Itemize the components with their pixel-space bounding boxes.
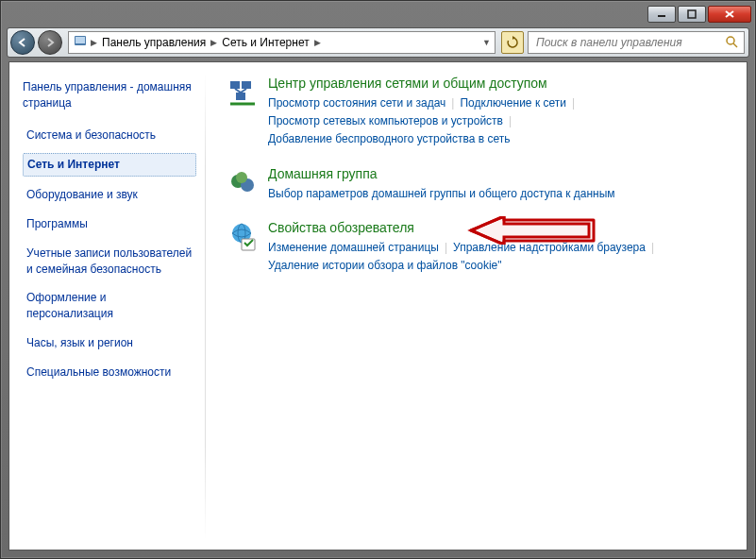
category-links: Изменение домашней страницы|Управление н… (268, 239, 724, 275)
sidebar-item[interactable]: Специальные возможности (23, 362, 196, 383)
task-link[interactable]: Управление надстройками браузера (453, 241, 646, 254)
sidebar-item[interactable]: Программы (23, 213, 196, 235)
sidebar-item[interactable]: Оборудование и звук (23, 184, 196, 206)
svg-rect-1 (688, 10, 696, 18)
sidebar: Панель управления - домашняя страница Си… (9, 62, 206, 550)
task-link[interactable]: Просмотр сетевых компьютеров и устройств (268, 114, 503, 127)
refresh-button[interactable] (501, 31, 524, 54)
link-divider: | (651, 241, 654, 254)
address-bar[interactable]: ▶ Панель управления ▶ Сеть и Интернет ▶ … (68, 31, 496, 54)
chevron-right-icon: ▶ (314, 38, 321, 47)
category-section: Свойства обозревателяИзменение домашней … (228, 220, 724, 275)
svg-rect-5 (76, 37, 85, 43)
sidebar-item[interactable]: Часы, язык и регион (23, 332, 196, 354)
network-sharing-icon (228, 77, 259, 108)
close-button[interactable] (708, 6, 751, 23)
link-divider: | (451, 96, 454, 110)
forward-button[interactable] (38, 30, 62, 55)
section-body: Домашняя группаВыбор параметров домашней… (268, 166, 724, 203)
svg-rect-10 (236, 93, 245, 100)
sidebar-item[interactable]: Система и безопасность (23, 125, 196, 146)
sidebar-home-link[interactable]: Панель управления - домашняя страница (23, 79, 196, 111)
category-title[interactable]: Центр управления сетями и общим доступом (268, 76, 724, 91)
category-section: Домашняя группаВыбор параметров домашней… (228, 166, 724, 203)
svg-rect-8 (230, 81, 240, 89)
breadcrumb-item[interactable]: Панель управления (102, 36, 206, 49)
task-link[interactable]: Просмотр состояния сети и задач (268, 96, 445, 110)
category-title[interactable]: Свойства обозревателя (268, 220, 724, 235)
maximize-button[interactable] (678, 6, 706, 23)
link-divider: | (445, 241, 447, 254)
task-link[interactable]: Удаление истории обзора и файлов "cookie… (268, 259, 502, 272)
sidebar-item[interactable]: Учетные записи пользователей и семейная … (23, 243, 196, 280)
svg-line-11 (235, 89, 241, 93)
search-input[interactable] (534, 35, 725, 50)
task-link[interactable]: Изменение домашней страницы (268, 241, 439, 254)
section-body: Свойства обозревателяИзменение домашней … (268, 220, 724, 275)
control-panel-window: ▶ Панель управления ▶ Сеть и Интернет ▶ … (0, 0, 756, 559)
minimize-button[interactable] (647, 6, 676, 23)
svg-line-12 (241, 89, 246, 93)
task-link[interactable]: Подключение к сети (460, 96, 565, 110)
toolbar: ▶ Панель управления ▶ Сеть и Интернет ▶ … (7, 27, 749, 58)
breadcrumb-item[interactable]: Сеть и Интернет (222, 36, 309, 49)
titlebar (1, 1, 755, 27)
svg-rect-9 (242, 81, 251, 89)
category-title[interactable]: Домашняя группа (268, 166, 724, 181)
chevron-right-icon: ▶ (210, 38, 217, 47)
task-link[interactable]: Добавление беспроводного устройства в се… (268, 132, 511, 145)
chevron-right-icon: ▶ (91, 38, 97, 47)
search-icon[interactable] (725, 35, 738, 51)
sidebar-item[interactable]: Оформление и персонализация (23, 287, 196, 325)
link-divider: | (572, 96, 575, 110)
svg-point-15 (236, 172, 247, 183)
task-link[interactable]: Выбор параметров домашней группы и общег… (268, 187, 615, 200)
control-panel-icon (73, 34, 88, 52)
search-box[interactable] (528, 31, 745, 54)
homegroup-icon (228, 168, 259, 198)
svg-point-6 (727, 37, 734, 44)
category-links: Просмотр состояния сети и задач|Подключе… (268, 94, 724, 149)
main-panel: Центр управления сетями и общим доступом… (206, 62, 747, 550)
svg-line-7 (733, 43, 737, 47)
category-section: Центр управления сетями и общим доступом… (228, 76, 724, 149)
section-body: Центр управления сетями и общим доступом… (268, 76, 724, 149)
address-dropdown[interactable]: ▼ (482, 38, 491, 47)
category-links: Выбор параметров домашней группы и общег… (268, 185, 724, 203)
link-divider: | (509, 114, 512, 127)
content-area: Панель управления - домашняя страница Си… (8, 61, 748, 551)
internet-options-icon (228, 222, 259, 252)
back-button[interactable] (10, 30, 35, 55)
sidebar-item[interactable]: Сеть и Интернет (23, 153, 196, 177)
